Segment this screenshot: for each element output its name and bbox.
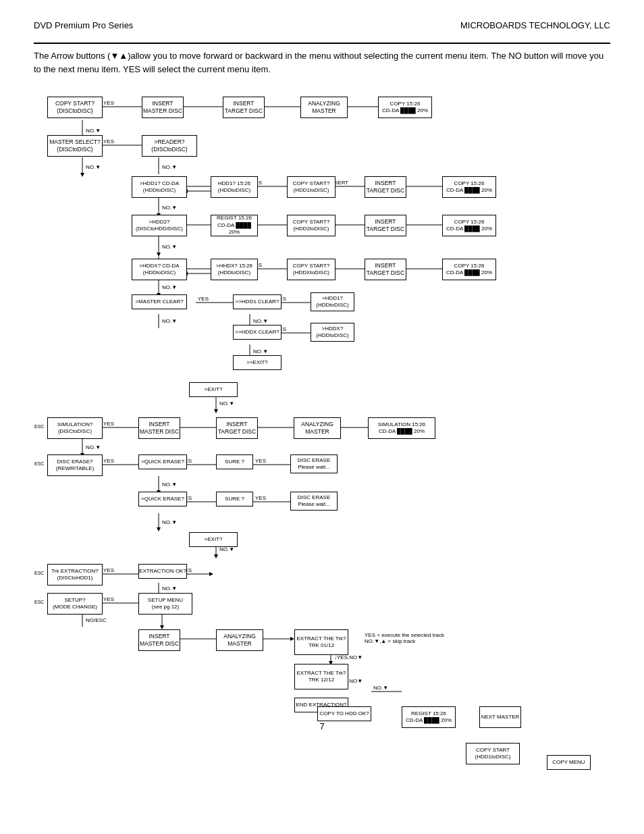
simulation-box: ESC SIMULATION?(DISCtoDISC) xyxy=(47,417,103,439)
master-clear-box: >MASTER CLEAR? xyxy=(132,294,187,309)
insert-master2-box: INSERTMASTER DISC xyxy=(138,417,180,439)
analyzing-master1-box: ANALYZING MASTER xyxy=(300,97,348,118)
svg-text:NO.▼: NO.▼ xyxy=(162,205,177,211)
sure2-box: SURE ? xyxy=(216,492,253,506)
analyzing-master2-box: ANALYZING MASTER xyxy=(294,417,341,439)
setup-menu-box: SETUP MENU(see pg 12) xyxy=(138,593,192,615)
svg-text:NO.▼: NO.▼ xyxy=(253,318,268,324)
svg-text:YES: YES xyxy=(103,567,114,573)
hdd17-box: HDD1? 15:26(HDDtoDISC) xyxy=(211,176,258,198)
sim-cda-box: SIMULATION 15:26CD-DA ████ 20% xyxy=(368,417,435,439)
insert-master3-box: INSERTMASTER DISC xyxy=(138,629,180,651)
exit3-box: >EXIT? xyxy=(189,532,238,547)
hdd1-clear-box: >>HDD1 CLEAR? xyxy=(233,294,281,309)
extract-trk2-box: EXTRACT THE Trk?TRK 12/12 xyxy=(294,664,348,689)
svg-marker-79 xyxy=(214,409,218,413)
header-left: DVD Premium Pro Series xyxy=(34,20,133,30)
svg-text:NO.▼: NO.▼ xyxy=(162,318,177,324)
hdd1-hddisc-box: >HDD1?(HDDtoDISC) xyxy=(311,292,354,311)
svg-text:YES: YES xyxy=(103,458,114,464)
insert-target3-box: INSERTTARGET DISC xyxy=(365,215,406,236)
insert-target5-box: INSERTTARGET DISC xyxy=(216,417,258,439)
sure1-box: SURE ? xyxy=(216,454,253,469)
header-right: MICROBOARDS TECHNOLOGY, LLC xyxy=(460,20,610,30)
svg-text:YES: YES xyxy=(255,495,266,501)
svg-marker-121 xyxy=(209,572,213,576)
svg-text:YES: YES xyxy=(255,458,266,464)
svg-text:YES: YES xyxy=(103,138,114,145)
regist-box: REGIST 15:26CD-DA ████ 20% xyxy=(211,215,258,236)
disc-erase-wait2-box: DISC ERASEPlease wait... xyxy=(290,492,338,511)
svg-marker-115 xyxy=(214,554,218,558)
svg-text:NO.▼: NO.▼ xyxy=(219,400,234,407)
intro-text: The Arrow buttons (▼▲)allow you to move … xyxy=(34,43,610,76)
copy-start-hddx-box: COPY START?(HDDXtoDISC) xyxy=(287,259,336,280)
copy-start-hdd2-box: COPY START?(HDD2toDISC) xyxy=(287,215,336,236)
copy-to-hdd-box: COPY TO HDD OK? xyxy=(317,706,371,721)
copy-start-box: COPY START? (DISCtoDISC) xyxy=(47,97,103,118)
svg-marker-46 xyxy=(157,253,161,257)
insert-master1-box: INSERTMASTER DISC xyxy=(142,97,184,118)
setup-box: ESC SETUP?(MODE CHANGE) xyxy=(47,593,103,615)
svg-text:NO.▼: NO.▼ xyxy=(86,164,101,170)
copy-cda2-box: COPY 15:26CD-DA ████ 20% xyxy=(442,176,496,198)
svg-text:NO.▼: NO.▼ xyxy=(162,284,177,290)
svg-text:YES: YES xyxy=(103,596,114,602)
svg-text:NO.▼: NO.▼ xyxy=(162,164,177,170)
extraction-ok-box: EXTRACTION OK? xyxy=(138,564,187,579)
svg-text:NO.▼: NO.▼ xyxy=(162,519,177,525)
page-number: 7 xyxy=(319,721,324,731)
copy-start-hdd1-box: COPY START?(HDD1toDISC) xyxy=(287,176,336,198)
svg-marker-112 xyxy=(157,527,161,531)
hdd2-box: >HDD2?(DISCtoHDD/DISC) xyxy=(132,215,187,236)
copy-cda3-box: COPY 15:26CD-DA ████ 20% xyxy=(442,215,496,236)
quick-erase1-box: >QUICK ERASE? xyxy=(138,454,187,469)
svg-marker-16 xyxy=(80,173,84,177)
svg-text:NO.▼: NO.▼ xyxy=(162,244,177,250)
hdd1-cdda-box: >HDD1? CD-DA(HDDtoDISC) xyxy=(132,176,187,198)
svg-text:NO.▼: NO.▼ xyxy=(162,585,177,592)
exit2-box: >EXIT? xyxy=(189,382,238,397)
insert-target2-box: INSERTTARGET DISC xyxy=(365,176,406,198)
trk-extract-box: ESC Trk EXTRACTION?(DISCtoHDD1) xyxy=(47,564,103,585)
svg-text:NO.▼: NO.▼ xyxy=(86,444,101,450)
hddx-cdda-box: >HDDX? CD-DA(HDDtoDISC) xyxy=(132,259,187,280)
svg-text:YES: YES xyxy=(198,296,209,302)
copy-start-hdd1b-box: COPY START(HDD1toDISC) xyxy=(466,743,520,764)
copy-cda1-box: COPY 15:26CD-DA ████ 20% xyxy=(378,97,432,118)
disc-erase-wait1-box: DISC ERASEPlease wait... xyxy=(290,454,338,473)
copy-cda4-box: COPY 15:26CD-DA ████ 20% xyxy=(442,259,496,280)
extract-trk1-box: EXTRACT THE Trk?TRK 01/12 xyxy=(294,629,348,655)
svg-text:NO.▼: NO.▼ xyxy=(253,348,268,355)
analyzing-master3-box: ANALYZING MASTER xyxy=(216,629,263,651)
svg-text:NO.▼: NO.▼ xyxy=(86,128,101,134)
hddx-hddisc-box: >HDDX?(HDDtoDISC) xyxy=(311,323,354,342)
svg-text:YES: YES xyxy=(103,100,114,106)
copy-menu-box: COPY MENU xyxy=(547,755,591,770)
insert-target4-box: INSERTTARGET DISC xyxy=(365,259,406,280)
quick-erase2-box: >QUICK ERASE? xyxy=(138,492,187,506)
next-master-box: NEXT MASTER xyxy=(479,706,521,728)
svg-text:↓YES.NO▼: ↓YES.NO▼ xyxy=(334,654,363,660)
svg-text:YES: YES xyxy=(103,421,114,427)
yes-note: YES = execute the selected trackNO.▼,▲ =… xyxy=(365,632,444,644)
insert-target1-box: INSERTTARGET DISC xyxy=(223,97,265,118)
exit1-box: >>EXIT? xyxy=(233,355,281,370)
regist-b-box: REGIST 15:26CD-DA ████ 20% xyxy=(402,706,456,728)
svg-text:NO.▼: NO.▼ xyxy=(373,685,388,691)
svg-text:NO/ESC: NO/ESC xyxy=(86,617,107,623)
hhdx-box: >HHDX? 15:26(HDDtoDISC) xyxy=(211,259,258,280)
svg-text:NO.▼: NO.▼ xyxy=(162,481,177,488)
disc-erase-box: ESC DISC ERASE?(REWRITABLE) xyxy=(47,454,103,476)
master-select-box: MASTER SELECT?(DISCtoDISC) xyxy=(47,135,103,157)
reader-box: >READER?(DISCtoDISC) xyxy=(142,135,197,157)
svg-text:NO.▼: NO.▼ xyxy=(219,546,234,552)
hddx-clear-box: >>HDDX CLEAR? xyxy=(233,325,281,340)
